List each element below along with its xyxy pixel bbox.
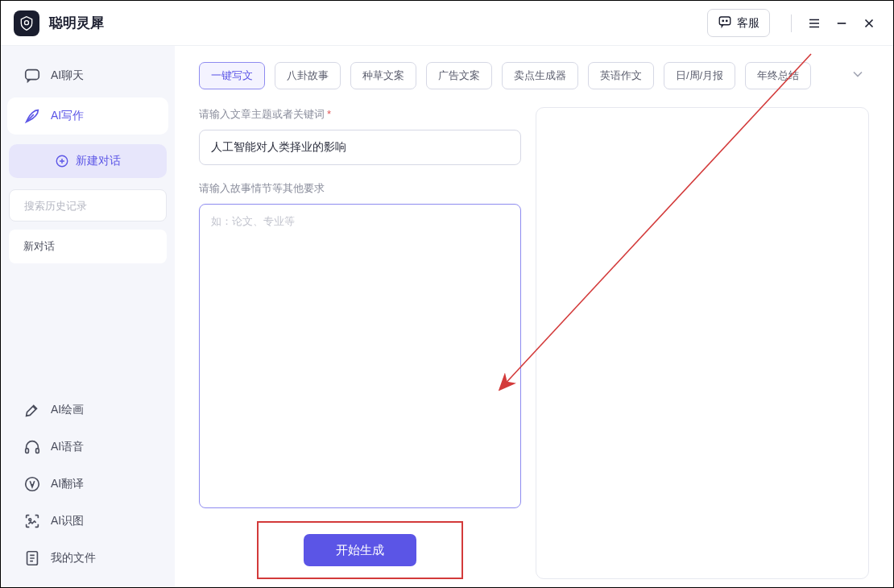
tab-label: 英语作文 (600, 68, 642, 83)
output-column (536, 107, 869, 579)
sidebar-bottom: AI绘画 AI语音 AI翻译 AI识图 (1, 391, 175, 578)
tab-year-summary[interactable]: 年终总结 (745, 62, 811, 89)
tab-label: 卖点生成器 (514, 68, 566, 83)
sidebar-item-image[interactable]: AI识图 (7, 503, 168, 539)
titlebar: 聪明灵犀 客服 (1, 1, 893, 46)
sidebar-item-writing[interactable]: AI写作 (7, 97, 168, 135)
tab-label: 一键写文 (211, 68, 253, 83)
topic-label: 请输入文章主题或者关键词* (199, 107, 521, 122)
sidebar-label: AI翻译 (51, 477, 84, 491)
sidebar: AI聊天 AI写作 新建对话 新对话 (1, 46, 175, 587)
svg-point-10 (29, 519, 31, 521)
brush-icon (23, 401, 41, 419)
sidebar-item-voice[interactable]: AI语音 (7, 429, 168, 465)
tab-label: 日/周/月报 (676, 68, 723, 83)
app-logo (14, 10, 39, 36)
chevron-down-icon (850, 66, 866, 85)
new-chat-label: 新建对话 (76, 154, 121, 168)
close-button[interactable] (858, 12, 880, 35)
sidebar-label: AI写作 (51, 109, 84, 123)
svg-rect-7 (26, 449, 29, 453)
svg-rect-1 (719, 17, 731, 25)
tab-label: 八卦故事 (287, 68, 329, 83)
tab-ad-copy[interactable]: 广告文案 (426, 62, 492, 89)
headphones-icon (23, 438, 41, 456)
generate-highlight-box: 开始生成 (257, 521, 463, 579)
recent-label: 新对话 (23, 240, 55, 252)
customer-service-label: 客服 (737, 16, 759, 31)
minimize-button[interactable] (830, 12, 853, 35)
plus-circle-icon (55, 154, 69, 168)
tab-one-click[interactable]: 一键写文 (199, 62, 265, 89)
detail-textarea[interactable] (199, 204, 521, 508)
tab-label: 广告文案 (438, 68, 480, 83)
svg-point-3 (726, 20, 728, 22)
input-column: 请输入文章主题或者关键词* 请输入故事情节等其他要求 开始生成 (199, 107, 521, 579)
main-content: 一键写文 八卦故事 种草文案 广告文案 卖点生成器 英语作文 日/周/月报 年终… (175, 46, 893, 587)
tab-gossip-story[interactable]: 八卦故事 (275, 62, 341, 89)
required-asterisk: * (327, 108, 331, 120)
sidebar-item-draw[interactable]: AI绘画 (7, 392, 168, 428)
detail-label: 请输入故事情节等其他要求 (199, 181, 521, 196)
sidebar-label: AI识图 (51, 514, 84, 528)
sidebar-label: AI聊天 (51, 68, 84, 83)
translate-icon (23, 475, 41, 493)
feather-icon (23, 107, 41, 125)
menu-button[interactable] (803, 12, 826, 35)
tab-review-copy[interactable]: 种草文案 (350, 62, 416, 89)
sidebar-label: AI语音 (51, 440, 84, 454)
topic-input[interactable] (199, 130, 521, 165)
tab-reports[interactable]: 日/周/月报 (664, 62, 735, 89)
sidebar-item-translate[interactable]: AI翻译 (7, 466, 168, 502)
svg-point-0 (25, 20, 29, 24)
sidebar-label: AI绘画 (51, 403, 84, 417)
template-tabs: 一键写文 八卦故事 种草文案 广告文案 卖点生成器 英语作文 日/周/月报 年终… (199, 62, 869, 89)
svg-rect-8 (36, 449, 39, 453)
tab-english-essay[interactable]: 英语作文 (588, 62, 654, 89)
history-search-input[interactable] (24, 200, 159, 212)
svg-point-2 (722, 20, 724, 22)
file-icon (23, 549, 41, 567)
sidebar-item-files[interactable]: 我的文件 (7, 540, 168, 576)
expand-tabs-button[interactable] (846, 64, 869, 87)
new-chat-button[interactable]: 新建对话 (9, 144, 167, 178)
history-search[interactable] (9, 189, 167, 222)
output-panel (536, 107, 869, 579)
scan-image-icon (23, 512, 41, 530)
tab-selling-points[interactable]: 卖点生成器 (502, 62, 578, 89)
generate-button[interactable]: 开始生成 (304, 534, 416, 566)
tab-label: 种草文案 (362, 68, 404, 83)
app-title: 聪明灵犀 (49, 14, 104, 32)
sidebar-item-chat[interactable]: AI聊天 (7, 57, 168, 94)
sidebar-label: 我的文件 (51, 551, 96, 565)
chat-icon (23, 67, 41, 85)
titlebar-divider (791, 14, 792, 32)
customer-service-button[interactable]: 客服 (707, 9, 770, 37)
chat-bubble-icon (718, 14, 737, 31)
svg-rect-4 (26, 70, 39, 80)
recent-conversation[interactable]: 新对话 (9, 230, 167, 263)
tab-label: 年终总结 (757, 68, 799, 83)
